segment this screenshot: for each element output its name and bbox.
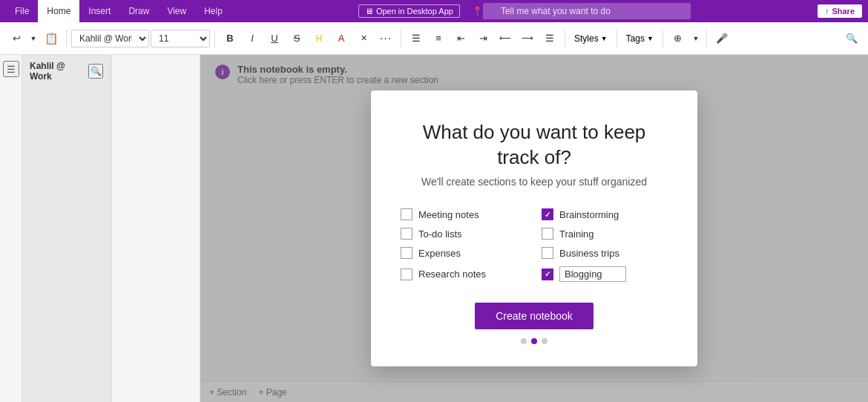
dots-indicator <box>521 338 548 344</box>
blogging-input[interactable] <box>559 266 626 282</box>
strikethrough-button[interactable]: S <box>286 28 307 49</box>
option-expenses: Expenses <box>401 247 527 259</box>
undo-button[interactable]: ↩ <box>6 28 27 49</box>
clipboard-button[interactable]: 📋 <box>41 28 62 49</box>
dot-3 <box>542 338 548 344</box>
search-button[interactable]: 🔍 <box>841 28 862 49</box>
zoom-button[interactable]: ⊕ <box>668 28 688 49</box>
sections-title: Kahlil @ Work <box>30 61 88 82</box>
checkbox-meeting-notes[interactable] <box>401 208 412 220</box>
sidebar-menu-button[interactable]: ☰ <box>3 61 19 77</box>
zoom-dropdown[interactable]: ▼ <box>690 28 702 49</box>
highlight-button[interactable]: H <box>309 28 329 49</box>
option-brainstorming: Brainstorming <box>542 208 668 220</box>
separator-5 <box>617 30 617 47</box>
increase-indent-button[interactable]: ⟶ <box>517 28 538 49</box>
checkbox-todo-lists[interactable] <box>401 228 412 240</box>
options-grid: Meeting notes Brainstorming To-do lists … <box>401 208 668 282</box>
tab-file[interactable]: File <box>6 0 38 22</box>
tags-button[interactable]: Tags ▼ <box>622 28 658 49</box>
sections-header: Kahlil @ Work 🔍 <box>22 55 111 88</box>
main-layout: ☰ Kahlil @ Work 🔍 i This notebook is emp… <box>0 55 868 402</box>
separator-4 <box>565 30 565 47</box>
styles-label: Styles <box>574 33 599 44</box>
menu-tabs: File Home Insert Draw View Help <box>6 0 231 22</box>
more-button[interactable]: ··· <box>375 28 396 49</box>
create-notebook-button[interactable]: Create notebook <box>475 303 594 329</box>
separator-6 <box>662 30 663 47</box>
option-blogging <box>542 266 668 282</box>
modal-footer: Create notebook <box>401 303 668 344</box>
tags-chevron-icon: ▼ <box>647 35 654 42</box>
tags-label: Tags <box>626 33 645 44</box>
option-business-trips: Business trips <box>542 247 668 259</box>
undo-dropdown[interactable]: ▼ <box>27 28 39 49</box>
italic-button[interactable]: I <box>242 28 263 49</box>
dot-2 <box>531 338 537 344</box>
option-todo-lists: To-do lists <box>401 228 527 240</box>
title-bar: File Home Insert Draw View Help 🖥 Open i… <box>0 0 868 22</box>
separator-1 <box>66 30 67 47</box>
font-family-dropdown[interactable]: Kahlil @ Work <box>71 30 149 47</box>
separator-2 <box>214 30 215 47</box>
share-button[interactable]: ↑ Share <box>818 4 862 18</box>
pages-panel <box>111 55 200 402</box>
title-search-area: 🖥 Open in Desktop App 📍 Tell me what you… <box>236 3 813 19</box>
title-bar-right: ↑ Share <box>818 4 862 18</box>
outdent-button[interactable]: ⇤ <box>450 28 471 49</box>
tab-draw[interactable]: Draw <box>119 0 158 22</box>
sections-panel: Kahlil @ Work 🔍 <box>22 55 111 402</box>
dot-1 <box>521 338 527 344</box>
ribbon: ↩ ▼ 📋 Kahlil @ Work 11 B I U S H A ✕ ···… <box>0 22 868 55</box>
styles-button[interactable]: Styles ▼ <box>570 28 612 49</box>
checkbox-research-notes[interactable] <box>401 268 412 280</box>
tab-help[interactable]: Help <box>195 0 231 22</box>
indent-button[interactable]: ⇥ <box>473 28 493 49</box>
tell-me-search[interactable]: Tell me what you want to do <box>483 3 691 19</box>
computer-icon: 🖥 <box>365 7 373 16</box>
sections-search-button[interactable]: 🔍 <box>88 64 103 79</box>
checkbox-expenses[interactable] <box>401 247 412 259</box>
align-button[interactable]: ☰ <box>539 28 560 49</box>
share-icon: ↑ <box>825 7 829 16</box>
modal-subtitle: We'll create sections to keep your stuff… <box>401 176 668 188</box>
option-meeting-notes: Meeting notes <box>401 208 527 220</box>
separator-3 <box>401 30 401 47</box>
create-notebook-modal: What do you want to keep track of? We'll… <box>371 90 697 367</box>
checkbox-business-trips[interactable] <box>542 247 553 259</box>
checkbox-blogging[interactable] <box>542 268 553 280</box>
open-desktop-button[interactable]: 🖥 Open in Desktop App <box>358 4 460 18</box>
numbers-button[interactable]: ≡ <box>428 28 449 49</box>
bold-button[interactable]: B <box>220 28 240 49</box>
separator-7 <box>706 30 707 47</box>
bullets-button[interactable]: ☰ <box>406 28 427 49</box>
checkbox-brainstorming[interactable] <box>542 208 553 220</box>
clear-formatting-button[interactable]: ✕ <box>353 28 374 49</box>
sidebar-left: ☰ <box>0 55 22 402</box>
underline-button[interactable]: U <box>264 28 285 49</box>
option-training: Training <box>542 228 668 240</box>
dictate-button[interactable]: 🎤 <box>711 28 732 49</box>
font-color-button[interactable]: A <box>331 28 352 49</box>
content-area: i This notebook is empty. Click here or … <box>200 55 868 402</box>
styles-chevron-icon: ▼ <box>601 35 608 42</box>
location-icon: 📍 <box>472 6 483 16</box>
modal-title: What do you want to keep track of? <box>401 120 668 171</box>
option-research-notes: Research notes <box>401 266 527 282</box>
tab-insert[interactable]: Insert <box>79 0 119 22</box>
undo-group: ↩ ▼ <box>6 28 39 49</box>
modal-overlay: What do you want to keep track of? We'll… <box>200 55 868 402</box>
decrease-indent-button[interactable]: ⟵ <box>495 28 516 49</box>
checkbox-training[interactable] <box>542 228 553 240</box>
tab-home[interactable]: Home <box>38 0 79 22</box>
tab-view[interactable]: View <box>158 0 195 22</box>
font-size-dropdown[interactable]: 11 <box>151 30 210 47</box>
